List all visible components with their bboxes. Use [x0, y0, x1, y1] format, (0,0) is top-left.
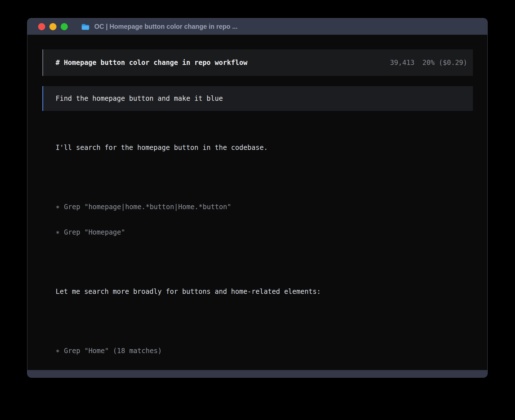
folder-icon — [81, 23, 90, 30]
tool-call: ∗Grep "Homepage" — [56, 228, 473, 237]
session-title: # Homepage button color change in repo w… — [56, 58, 247, 67]
traffic-lights — [38, 23, 68, 30]
terminal-window: OC | Homepage button color change in rep… — [27, 18, 488, 378]
user-message: Find the homepage button and make it blu… — [42, 86, 473, 111]
minimize-button[interactable] — [49, 23, 56, 30]
assistant-text: I'll search for the homepage button in t… — [56, 143, 473, 152]
asterisk-bullet-icon: ∗ — [56, 228, 60, 236]
token-count: 39,413 — [390, 58, 414, 67]
session-header: # Homepage button color change in repo w… — [42, 49, 473, 76]
tool-call: ∗Grep "homepage|home.*button|Home.*butto… — [56, 203, 473, 211]
fullscreen-button[interactable] — [61, 23, 68, 30]
assistant-text: Let me search more broadly for buttons a… — [56, 287, 473, 296]
tool-call: ∗Grep "Home" (18 matches) — [56, 347, 473, 355]
window-bottom-strip — [27, 370, 487, 377]
close-button[interactable] — [38, 23, 45, 30]
terminal-content: # Homepage button color change in repo w… — [27, 35, 487, 370]
window-title: OC | Homepage button color change in rep… — [94, 23, 237, 30]
assistant-messages: I'll search for the homepage button in t… — [42, 118, 473, 370]
session-stats: 39,41320% ($0.29) — [390, 58, 467, 67]
asterisk-bullet-icon: ∗ — [56, 347, 60, 355]
asterisk-bullet-icon: ∗ — [56, 203, 60, 211]
user-message-text: Find the homepage button and make it blu… — [56, 94, 223, 103]
titlebar: OC | Homepage button color change in rep… — [27, 18, 487, 35]
context-cost: 20% ($0.29) — [422, 58, 467, 67]
tool-call-group: ∗Grep "homepage|home.*button|Home.*butto… — [56, 186, 473, 253]
tool-call-group: ∗Grep "Home" (18 matches) ∗Glob "**/*.ts… — [56, 330, 473, 370]
